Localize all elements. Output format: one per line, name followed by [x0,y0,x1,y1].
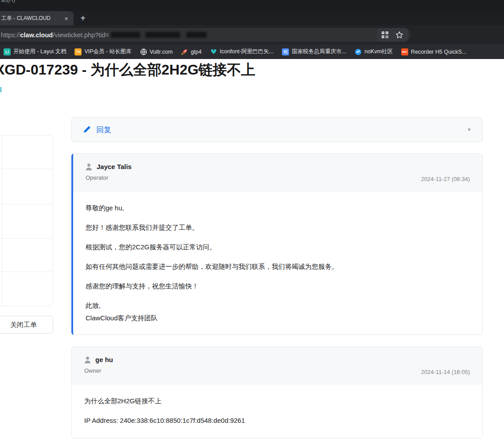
url-path: /viewticket.php?tid= [53,32,109,39]
rec-favicon-icon: REC [401,48,408,55]
bookmark-nokvm[interactable]: noKvm社区 [355,48,393,55]
message-timestamp: 2024-11-27 (08:34) [421,176,470,182]
ticket-info-row [0,136,53,169]
tab-title: 工单 - CLAWCLOUD [1,15,63,22]
ticket-info-panel [0,135,53,306]
bookmark-gtp4[interactable]: gtp4 [181,48,201,55]
bookmark-star-icon[interactable] [395,31,403,39]
bookmark-recorder[interactable]: REC Recorder H5 QuickS... [401,48,466,55]
message-paragraph: 根据测试，您的2C2G服务器可以正常访问。 [86,242,470,252]
reply-panel-toggle[interactable]: 回复 ▼ [71,117,483,142]
qr-code-icon[interactable] [381,31,389,39]
pencil-icon [82,125,91,134]
message-closing: 此致, [86,300,470,311]
url-domain: claw.cloud [20,32,53,39]
ticket-info-row [0,272,53,306]
bookmark-iconfont[interactable]: Iconfont-阿里巴巴矢... [210,48,274,55]
message-author: Jayce Talis [97,163,132,170]
tax-favicon-icon: 税 [282,48,289,55]
message-paragraph: 如有任何其他问题或需要进一步的帮助，欢迎随时与我们联系，我们将竭诚为您服务。 [86,261,470,272]
close-ticket-button[interactable]: 关闭工单 [0,316,53,334]
bookmark-label: Iconfont-阿里巴巴矢... [220,48,274,55]
message-body: 尊敬的ge hu, 您好！感谢您联系我们并提交了工单。 根据测试，您的2C2G服… [73,191,482,335]
tab-bar: 工单 - CLAWCLOUD × + [0,11,504,25]
window-menu-strip: 助(H) [0,0,504,11]
ticket-info-row [0,239,53,272]
user-icon [84,356,91,363]
nokvm-favicon-icon [355,48,362,55]
menu-partial-text: 助(H) [1,0,15,4]
message-paragraph: 您好！感谢您联系我们并提交了工单。 [86,222,470,233]
message-header: Jayce Talis Operator 2024-11-27 (08:34) [73,154,482,191]
url-protocol: https:// [1,32,20,39]
bookmark-label: VIP会员 - 站长图库 [84,48,131,55]
ticket-info-row [0,205,53,239]
tu-cube-favicon-icon: TU [74,48,82,55]
bookmark-label: 国家税务总局重庆市... [292,48,346,55]
message-timestamp: 2024-11-14 (16:05) [421,369,470,375]
message-role: Owner [84,367,470,374]
bookmark-label: noKvm社区 [364,48,393,55]
message-role: Operator [86,174,470,181]
address-bar[interactable]: https:// claw.cloud /viewticket.php?tid= [0,28,410,42]
address-bar-actions [377,28,408,42]
bookmark-tax-bureau[interactable]: 税 国家税务总局重庆市... [282,48,346,55]
clipped-link-stub [0,87,2,92]
redacted-url-segment [145,32,180,38]
reply-label: 回复 [96,125,111,135]
ticket-page: XGD-017239 - 为什么全部2H2G链接不上 关闭工单 回复 ▼ [0,59,504,445]
chevron-down-icon[interactable]: ▼ [467,127,472,132]
message-paragraph: 感谢您的理解与支持，祝您生活愉快！ [86,281,470,291]
layui-favicon-icon: Li [4,48,11,55]
globe-favicon-icon [140,48,147,55]
redacted-url-segment [111,32,140,38]
bookmark-label: Recorder H5 QuickS... [411,49,466,55]
bookmarks-bar: Li 开始使用 - Layui 文档 TU VIP会员 - 站长图库 Vultr… [0,44,504,59]
browser-tab[interactable]: 工单 - CLAWCLOUD × [0,11,74,25]
iconfont-favicon-icon [210,48,217,55]
browser-toolbar: https:// claw.cloud /viewticket.php?tid= [0,25,504,44]
bookmark-layui[interactable]: Li 开始使用 - Layui 文档 [4,48,66,55]
ticket-info-row [0,169,53,205]
message-signature: ClawCloud客户支持团队 [86,313,470,323]
message-author: ge hu [95,356,113,363]
bookmark-label: gtp4 [191,49,201,55]
browser-window: 助(H) 工单 - CLAWCLOUD × + https:// claw.cl… [0,0,504,445]
bookmark-label: Vultr.com [150,49,173,55]
new-tab-button[interactable]: + [77,13,89,24]
message-paragraph: 为什么全部2H2G链接不上 [84,396,470,406]
message-ip-address: IP Address: 240e:338:6c10:8850:1c7f:d548… [84,415,470,426]
message-paragraph: 尊敬的ge hu, [86,203,470,213]
message-header: ge hu Owner 2024-11-14 (16:05) [72,347,482,384]
rocket-favicon-icon [181,48,188,55]
message-body: 为什么全部2H2G链接不上 IP Address: 240e:338:6c10:… [72,384,482,437]
message-card-operator: Jayce Talis Operator 2024-11-27 (08:34) … [71,154,483,335]
page-title: XGD-017239 - 为什么全部2H2G链接不上 [0,58,255,81]
message-card-owner: ge hu Owner 2024-11-14 (16:05) 为什么全部2H2G… [71,347,483,438]
tab-close-icon[interactable]: × [63,15,70,22]
bookmark-label: 开始使用 - Layui 文档 [13,48,66,55]
bookmark-vultr[interactable]: Vultr.com [140,48,173,55]
user-icon [86,163,92,170]
redacted-url-segment [186,32,207,38]
bookmark-vip[interactable]: TU VIP会员 - 站长图库 [74,48,131,55]
